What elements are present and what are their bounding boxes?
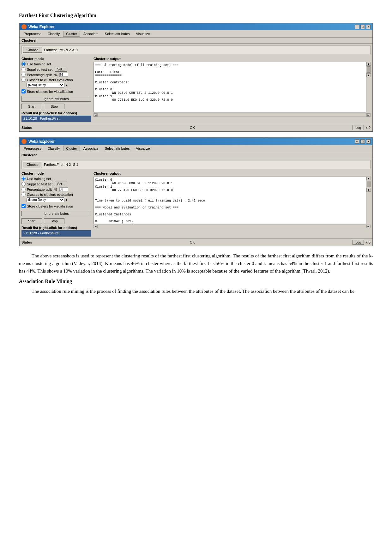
- two-col-1: Cluster mode Use training set Supplied t…: [21, 57, 371, 122]
- percentage-input-2[interactable]: [59, 187, 68, 191]
- right-col-2: Clusterer output Cluster 0 WN 915.0 CMH …: [93, 172, 371, 237]
- scroll-thumb-1[interactable]: [367, 66, 371, 73]
- radio-group-1: Use training set Supplied test set Set..…: [21, 62, 91, 87]
- section-label-2: Clusterer: [20, 152, 372, 158]
- radio-training-input-1[interactable]: [21, 62, 26, 66]
- radio-percentage-row-2: Percentage split %: [21, 187, 91, 191]
- scroll-thumb-2[interactable]: [367, 181, 371, 187]
- maximize-btn-2[interactable]: □: [360, 139, 365, 144]
- menu-select-attrs-1[interactable]: Select attributes: [102, 31, 133, 37]
- checkbox-row-2: Store clusters for visualization: [21, 204, 91, 208]
- ignore-attributes-btn-2[interactable]: Ignore attributes: [21, 211, 91, 216]
- choose-bar-2: Choose FarthestFirst -N 2 -S 1: [21, 160, 371, 169]
- status-section-2: Status: [21, 240, 32, 244]
- radio-percentage-label-2: Percentage split: [27, 188, 52, 191]
- hscroll-row-1: ◄ ►: [93, 113, 371, 117]
- left-col-2: Cluster mode Use training set Supplied t…: [21, 172, 91, 237]
- menu-classify-2[interactable]: Classify: [45, 146, 63, 151]
- menu-preprocess-2[interactable]: Preprocess: [21, 146, 44, 151]
- minimize-btn-2[interactable]: –: [355, 139, 359, 144]
- section-label-1: Clusterer: [20, 38, 372, 44]
- pct-symbol-1: %: [54, 73, 57, 77]
- log-btn-2[interactable]: Log: [353, 240, 364, 245]
- hscroll-right-1[interactable]: ►: [366, 113, 370, 117]
- minimize-btn-1[interactable]: –: [355, 25, 359, 29]
- radio-classes-label-1: Classes to clusters evaluation: [27, 78, 73, 82]
- supplied-set-btn-2[interactable]: Set...: [55, 182, 67, 186]
- x0-label-2: x 0: [366, 240, 371, 244]
- checkbox-row-1: Store clusters for visualization: [21, 89, 91, 93]
- radio-classes-input-2[interactable]: [21, 192, 26, 196]
- radio-training-1: Use training set: [21, 62, 91, 66]
- menu-associate-2[interactable]: Associate: [81, 146, 101, 151]
- start-stop-row-2: Start Stop: [21, 218, 91, 224]
- stop-btn-2[interactable]: Stop: [44, 218, 64, 224]
- maximize-btn-1[interactable]: □: [360, 25, 365, 29]
- nom-delay-select-1[interactable]: (Nom) Delay: [27, 83, 64, 87]
- store-clusters-checkbox-1[interactable]: [21, 89, 26, 93]
- result-list-2[interactable]: 21:10:28 - FarthestFirst: [21, 230, 91, 237]
- start-btn-1[interactable]: Start: [21, 104, 42, 109]
- stop-btn-1[interactable]: Stop: [44, 104, 64, 109]
- ignore-btn-container-1: Ignore attributes: [21, 96, 91, 102]
- store-clusters-label-1: Store clusters for visualization: [27, 90, 73, 93]
- radio-percentage-input-2[interactable]: [21, 187, 26, 191]
- menu-cluster-1[interactable]: Cluster: [63, 31, 80, 37]
- scroll-up-1[interactable]: ▲: [366, 62, 371, 66]
- radio-supplied-row-2: Supplied test set Set...: [21, 182, 91, 186]
- hscroll-left-2[interactable]: ◄: [94, 225, 98, 228]
- dropdown-row-1: (Nom) Delay ▼: [27, 83, 91, 87]
- hscroll-left-1[interactable]: ◄: [94, 113, 98, 117]
- ignore-attributes-btn-1[interactable]: Ignore attributes: [21, 96, 91, 102]
- status-ok-2: OK: [190, 240, 195, 244]
- window-title-1: Weka Explorer: [28, 25, 55, 29]
- titlebar-btns-1: – □ ×: [355, 25, 371, 29]
- menu-select-attrs-2[interactable]: Select attributes: [102, 146, 133, 151]
- scroll-down-1[interactable]: ▼: [366, 73, 371, 77]
- cluster-mode-header-1: Cluster mode: [21, 57, 91, 61]
- scroll-down-2[interactable]: ▼: [366, 188, 371, 192]
- close-btn-1[interactable]: ×: [366, 25, 371, 29]
- nom-delay-select-2[interactable]: (Nom) Delay: [27, 197, 64, 202]
- scrollbar-v-2: ▲ ▼: [366, 177, 371, 224]
- menubar-2: Preprocess Classify Cluster Associate Se…: [20, 145, 372, 152]
- radio-percentage-input-1[interactable]: [21, 73, 26, 77]
- choose-button-2[interactable]: Choose: [23, 162, 42, 167]
- menubar-1: Preprocess Classify Cluster Associate Se…: [20, 30, 372, 38]
- result-list-1[interactable]: 21:10:28 - FarthestFirst: [21, 116, 91, 122]
- supplied-set-btn-1[interactable]: Set...: [55, 67, 67, 72]
- left-col-1: Cluster mode Use training set Supplied t…: [21, 57, 91, 122]
- menu-classify-1[interactable]: Classify: [45, 31, 63, 37]
- radio-classes-input-1[interactable]: [21, 78, 26, 82]
- menu-visualize-1[interactable]: Visualize: [133, 31, 153, 37]
- menu-associate-1[interactable]: Associate: [81, 31, 101, 37]
- close-btn-2[interactable]: ×: [366, 139, 371, 144]
- radio-training-label-1: Use training set: [27, 62, 51, 66]
- menu-visualize-2[interactable]: Visualize: [133, 146, 153, 151]
- log-btn-1[interactable]: Log: [353, 125, 364, 130]
- choose-bar-1: Choose FarthestFirst -N 2 -S 1: [21, 45, 371, 54]
- radio-training-label-2: Use training set: [27, 177, 51, 181]
- output-with-scroll-2: Cluster 0 WN 915.0 CMH STL 2 1120.0 90.0…: [93, 177, 371, 224]
- weka-window-2: Weka Explorer – □ × Preprocess Classify …: [19, 137, 373, 246]
- hscroll-right-2[interactable]: ►: [366, 225, 370, 228]
- titlebar-left-1: Weka Explorer: [21, 24, 55, 29]
- radio-supplied-input-1[interactable]: [21, 67, 26, 71]
- status-section-1: Status: [21, 126, 32, 129]
- status-ok-1: OK: [190, 126, 195, 129]
- radio-supplied-input-2[interactable]: [21, 182, 26, 186]
- choose-button-1[interactable]: Choose: [23, 47, 42, 53]
- percentage-input-1[interactable]: [59, 73, 68, 77]
- radio-supplied-row-1: Supplied test set Set...: [21, 67, 91, 72]
- scroll-up-2[interactable]: ▲: [366, 177, 371, 180]
- store-clusters-checkbox-2[interactable]: [21, 204, 26, 208]
- page-title: Farthest First Clustering Algorithm: [19, 13, 373, 18]
- weka-window-1: Weka Explorer – □ × Preprocess Classify …: [19, 23, 373, 132]
- start-btn-2[interactable]: Start: [21, 218, 42, 224]
- menu-cluster-2[interactable]: Cluster: [63, 146, 80, 151]
- radio-percentage-label-1: Percentage split: [27, 73, 52, 77]
- x0-label-1: x 0: [366, 126, 371, 129]
- radio-training-input-2[interactable]: [21, 177, 26, 181]
- result-label-2: Result list (right-click for options): [21, 226, 91, 230]
- menu-preprocess-1[interactable]: Preprocess: [21, 31, 44, 37]
